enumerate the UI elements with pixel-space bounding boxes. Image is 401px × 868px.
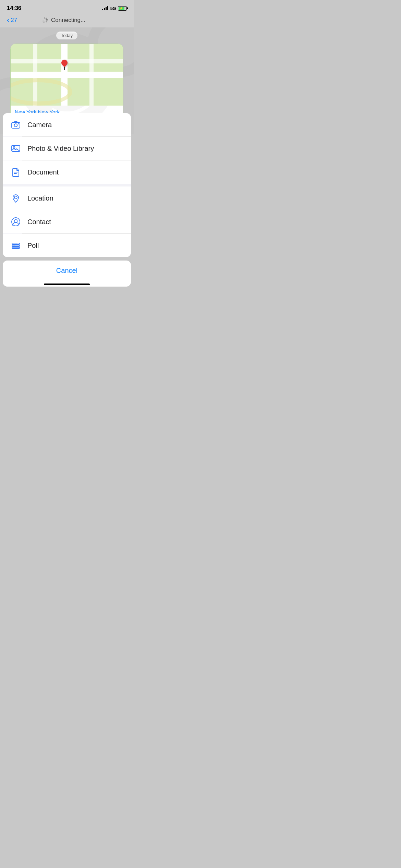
svg-point-19 xyxy=(14,196,17,199)
poll-icon xyxy=(10,239,22,252)
location-label: Location xyxy=(27,194,53,202)
svg-point-16 xyxy=(13,147,15,148)
svg-line-4 xyxy=(46,22,47,22)
svg-point-13 xyxy=(14,124,17,127)
back-chevron-icon: ‹ xyxy=(7,16,9,24)
contact-icon xyxy=(10,216,22,228)
camera-label: Camera xyxy=(27,121,52,129)
action-sheet: Camera Photo & Video Library xyxy=(3,113,131,257)
document-icon xyxy=(10,166,22,178)
photo-library-label: Photo & Video Library xyxy=(27,145,94,153)
connecting-title: Connecting... xyxy=(51,17,85,24)
cancel-button[interactable]: Cancel xyxy=(3,261,131,281)
svg-line-7 xyxy=(42,21,44,21)
back-button[interactable]: ‹ 27 xyxy=(7,16,17,24)
svg-rect-26 xyxy=(12,245,15,246)
home-indicator xyxy=(3,281,131,287)
status-icons: 5G ⚡ xyxy=(102,6,127,11)
svg-line-3 xyxy=(47,21,48,21)
status-time: 14:36 xyxy=(7,5,21,12)
action-photo-library[interactable]: Photo & Video Library xyxy=(3,137,131,160)
action-poll[interactable]: Poll xyxy=(3,234,131,257)
home-bar xyxy=(44,284,90,285)
action-sheet-overlay: Camera Photo & Video Library xyxy=(0,113,134,289)
location-icon xyxy=(10,192,22,204)
signal-5g: 5G xyxy=(110,6,116,11)
action-camera[interactable]: Camera xyxy=(3,113,131,136)
battery-icon: ⚡ xyxy=(118,6,127,11)
camera-icon xyxy=(10,119,22,131)
map-preview xyxy=(11,44,123,106)
action-location[interactable]: Location xyxy=(3,186,131,210)
svg-rect-27 xyxy=(12,247,19,249)
poll-label: Poll xyxy=(27,242,39,250)
svg-rect-25 xyxy=(12,243,17,244)
action-document[interactable]: Document xyxy=(3,160,131,184)
map-pin-icon xyxy=(61,60,68,70)
svg-point-14 xyxy=(18,123,19,124)
svg-rect-12 xyxy=(12,122,20,128)
svg-line-2 xyxy=(46,20,47,20)
nav-title: Connecting... xyxy=(41,17,85,24)
svg-point-21 xyxy=(12,218,20,226)
section-divider xyxy=(3,184,131,186)
svg-line-1 xyxy=(46,18,47,19)
action-contact[interactable]: Contact xyxy=(3,210,131,233)
photo-icon xyxy=(10,142,22,155)
nav-bar: ‹ 27 Connecting... xyxy=(0,14,134,27)
loading-spinner-icon xyxy=(41,17,48,24)
signal-bars-icon xyxy=(102,6,108,10)
status-bar: 14:36 5G ⚡ xyxy=(0,0,134,14)
svg-line-6 xyxy=(44,22,44,23)
back-count: 27 xyxy=(11,17,17,24)
document-label: Document xyxy=(27,168,59,176)
cancel-sheet: Cancel xyxy=(3,261,131,287)
contact-label: Contact xyxy=(27,218,51,226)
